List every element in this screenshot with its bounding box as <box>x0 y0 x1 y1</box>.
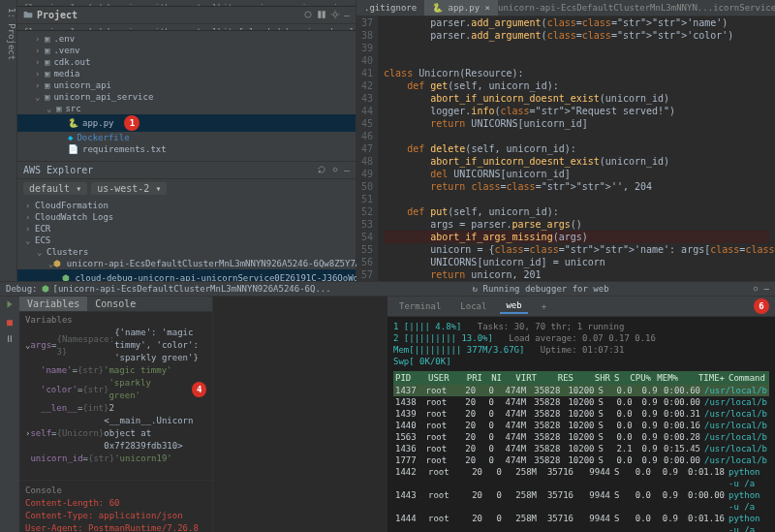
aws-node[interactable]: ›CloudFormation <box>17 200 356 211</box>
svg-rect-1 <box>318 11 321 18</box>
tab-console[interactable]: Console <box>87 297 143 311</box>
editor-pane: .gitignore 🐍 app.py × unicorn-api-EcsDef… <box>356 0 775 281</box>
aws-cluster[interactable]: ⌄⬢ unicorn-api-EcsDefaultClusterMnL3mNNY… <box>17 258 356 269</box>
console-title: Console <box>25 485 206 497</box>
target-icon[interactable] <box>303 10 313 19</box>
rerun-icon[interactable] <box>5 299 15 309</box>
project-tree[interactable]: ›▣.env ›▣.venv ›▣cdk.out ›▣media ›▣unico… <box>17 31 356 157</box>
project-root[interactable]: flomair-cloud-debugging-with-aws-toolkit… <box>17 24 356 31</box>
hide-icon[interactable]: — <box>344 165 350 175</box>
svg-rect-2 <box>323 11 326 18</box>
proc-row[interactable]: 1436root200474M3582810200S2.10.90:15.45/… <box>393 443 769 454</box>
aws-node[interactable]: ⌄ECS <box>17 235 356 246</box>
tree-file-req[interactable]: 📄requirements.txt <box>17 143 356 155</box>
aws-node[interactable]: ›CloudWatch Logs <box>17 211 356 223</box>
vars-root: Variables <box>25 314 206 327</box>
aws-region-select[interactable]: us-west-2 ▾ <box>91 182 167 195</box>
tab-terminal[interactable]: Terminal <box>393 299 447 313</box>
debug-rail[interactable]: ■ ⏸ <box>0 297 19 532</box>
refresh-icon[interactable] <box>317 165 326 174</box>
var-row[interactable]: ⌄ args = {Namespace: 3} {'name': 'magic … <box>25 327 206 364</box>
debug-running: ↻ Running debugger for web <box>473 284 609 294</box>
tab-gitignore[interactable]: .gitignore <box>356 0 424 16</box>
project-tool-title: Project <box>23 10 78 20</box>
tab-variables[interactable]: Variables <box>19 297 87 311</box>
gear-icon[interactable] <box>330 10 340 19</box>
tree-folder[interactable]: ›▣unicorn_api <box>17 79 356 91</box>
folder-icon <box>23 10 33 19</box>
left-tool-rail[interactable]: 1: Project <box>0 0 17 281</box>
proc-row[interactable]: 1777root200474M3582810200S0.00.90:00.00/… <box>393 454 769 466</box>
aws-profile-select[interactable]: default ▾ <box>23 182 87 195</box>
proc-row[interactable]: 1439root200474M3582810200S0.00.90:00.31/… <box>393 408 769 420</box>
svg-point-0 <box>305 12 311 17</box>
svg-point-3 <box>333 13 337 16</box>
proc-row[interactable]: 1444root200258M35716 9944S0.00.90:01.16p… <box>393 513 769 532</box>
badge-4: 4 <box>192 382 206 397</box>
tree-file-docker[interactable]: ◆Dockerfile <box>17 132 356 143</box>
stop-icon[interactable]: ■ <box>0 314 19 330</box>
tree-folder[interactable]: ›▣media <box>17 68 356 79</box>
aws-toolbar[interactable]: — <box>317 165 350 175</box>
hide-icon[interactable]: — <box>344 10 350 20</box>
proc-row[interactable]: 1442root200258M35716 9944S0.00.90:01.18p… <box>393 466 769 489</box>
proc-headers: PIDUSERPRINIVIRTRESSHRSCPU%MEM%TIME+Comm… <box>393 371 769 385</box>
var-row[interactable]: 'color' = {str} 'sparkly green' 4 <box>25 377 206 402</box>
console-panel[interactable]: Console Content-Length: 60Content-Type: … <box>19 480 212 532</box>
tab-web[interactable]: web <box>500 298 527 314</box>
pause-icon[interactable]: ⏸ <box>0 330 19 347</box>
aws-node[interactable]: ⌄Clusters <box>17 246 356 258</box>
debug-config[interactable]: [unicorn-api-EcsDefaultClusterMnL3mNNYN9… <box>53 284 331 294</box>
tree-folder[interactable]: ›▣cdk.out <box>17 56 356 68</box>
tab-plus[interactable]: + <box>536 299 552 313</box>
svg-point-4 <box>333 168 337 172</box>
breadcrumb: flomair-cloud-debugging-with-aws-toolkit… <box>17 0 356 7</box>
debug-label: Debug: <box>6 284 38 294</box>
editor-gutter: 3738394041424344454647484950515253545556… <box>356 16 378 281</box>
var-row[interactable]: __len__ = {int} 2 <box>25 402 206 415</box>
proc-row[interactable]: 1443root200258M35716 9944S0.00.90:00.00p… <box>393 489 769 513</box>
hide-icon[interactable]: — <box>764 284 769 294</box>
tree-folder[interactable]: ›▣.env <box>17 33 356 45</box>
tab-app[interactable]: 🐍 app.py × <box>424 0 498 16</box>
split-icon[interactable] <box>317 10 326 19</box>
tab-local[interactable]: Local <box>454 299 492 313</box>
gear-icon[interactable] <box>330 165 340 174</box>
badge-1: 1 <box>124 115 140 131</box>
tree-folder[interactable]: ›▣.venv <box>17 45 356 56</box>
var-row[interactable]: 'name' = {str} 'magic timmy' <box>25 364 206 377</box>
tree-folder[interactable]: ⌄▣unicorn_api_service <box>17 91 356 103</box>
proc-row[interactable]: 1438root200474M3582810200S0.00.90:00.00/… <box>393 396 769 408</box>
editor-path-right: unicorn-api-EcsDefaultClusterMnL3mNNYN..… <box>498 3 775 13</box>
var-row[interactable]: › self = {Unicorn} <__main__.Unicorn obj… <box>25 415 206 453</box>
gear-icon[interactable] <box>751 284 760 294</box>
editor-code[interactable]: parser.add_argument(class=class="str">"s… <box>378 16 775 281</box>
proc-row[interactable]: 1437root200474M3582810200S0.00.90:00.60/… <box>393 385 769 396</box>
terminal-body[interactable]: 1 [|||| 4.8%] Tasks: 30, 70 thr; 1 runni… <box>388 317 775 532</box>
tree-folder[interactable]: ⌄▣src <box>17 103 356 114</box>
left-panel: flomair-cloud-debugging-with-aws-toolkit… <box>17 0 356 281</box>
badge-6: 6 <box>754 298 769 314</box>
proc-row[interactable]: 1563root200474M3582810200S0.00.90:00.28/… <box>393 431 769 443</box>
project-toolbar[interactable]: — <box>303 10 350 20</box>
svg-point-5 <box>754 287 758 291</box>
aws-explorer-title: AWS Explorer <box>23 165 93 175</box>
proc-row[interactable]: 1440root200474M3582810200S0.00.90:00.16/… <box>393 420 769 431</box>
aws-node[interactable]: ›ECR <box>17 223 356 235</box>
variables-panel[interactable]: Variables ⌄ args = {Namespace: 3} {'name… <box>19 312 212 480</box>
var-row[interactable]: unicorn_id = {str} 'unicorn19' <box>25 453 206 465</box>
tree-file-app[interactable]: 🐍app.py 1 <box>17 114 356 132</box>
